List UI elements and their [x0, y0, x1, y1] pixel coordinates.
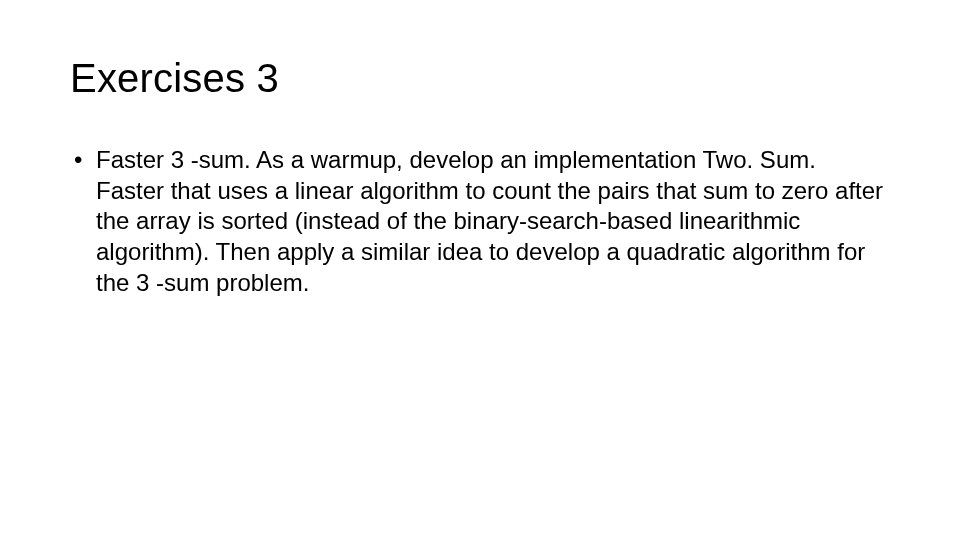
list-item: Faster 3 -sum. As a warmup, develop an i… [70, 145, 890, 299]
slide-title: Exercises 3 [70, 56, 890, 101]
slide: Exercises 3 Faster 3 -sum. As a warmup, … [0, 0, 960, 540]
slide-body: Faster 3 -sum. As a warmup, develop an i… [70, 145, 890, 299]
bullet-list: Faster 3 -sum. As a warmup, develop an i… [70, 145, 890, 299]
